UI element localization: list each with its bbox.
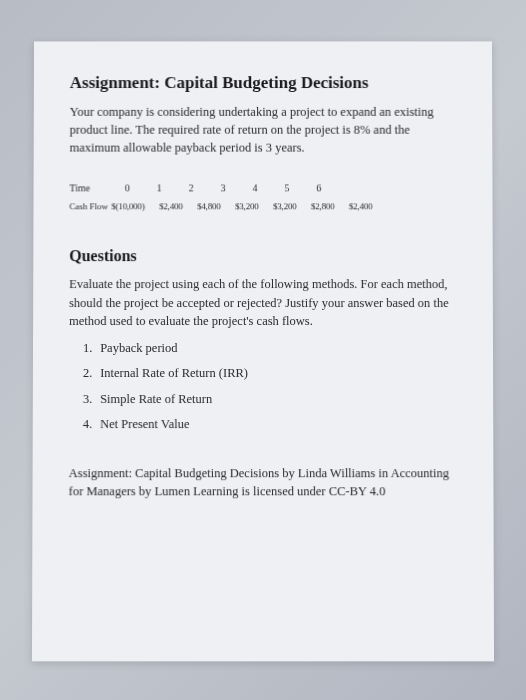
question-number: 4. bbox=[83, 416, 97, 434]
time-cell: 1 bbox=[143, 183, 175, 194]
time-cell: 2 bbox=[175, 183, 207, 194]
cash-flow-label: Cash Flow bbox=[69, 202, 111, 212]
list-item: 3. Simple Rate of Return bbox=[83, 391, 457, 409]
document-page: Assignment: Capital Budgeting Decisions … bbox=[32, 41, 494, 661]
list-item: 2. Internal Rate of Return (IRR) bbox=[83, 365, 457, 383]
cash-cell: $(10,000) bbox=[111, 202, 159, 212]
questions-intro: Evaluate the project using each of the f… bbox=[69, 275, 457, 329]
question-text: Internal Rate of Return (IRR) bbox=[100, 366, 248, 380]
time-row: Time 0 1 2 3 4 5 6 bbox=[69, 183, 456, 194]
time-cell: 3 bbox=[207, 183, 239, 194]
question-number: 3. bbox=[83, 391, 97, 409]
cash-flow-row: Cash Flow $(10,000) $2,400 $4,800 $3,200… bbox=[69, 202, 456, 212]
cash-cell: $3,200 bbox=[273, 202, 311, 212]
time-label: Time bbox=[69, 183, 111, 194]
cash-cell: $4,800 bbox=[197, 202, 235, 212]
question-text: Simple Rate of Return bbox=[100, 392, 212, 406]
questions-list: 1. Payback period 2. Internal Rate of Re… bbox=[69, 340, 457, 434]
time-cell: 5 bbox=[271, 183, 303, 194]
question-number: 1. bbox=[83, 340, 97, 357]
questions-heading: Questions bbox=[69, 248, 457, 266]
time-cell: 0 bbox=[111, 183, 143, 194]
page-title: Assignment: Capital Budgeting Decisions bbox=[70, 73, 457, 93]
question-text: Payback period bbox=[100, 341, 177, 355]
cash-flow-table: Time 0 1 2 3 4 5 6 Cash Flow $(10,000) $… bbox=[69, 183, 456, 212]
time-cell: 4 bbox=[239, 183, 271, 194]
question-number: 2. bbox=[83, 365, 97, 383]
question-text: Net Present Value bbox=[100, 417, 189, 431]
intro-paragraph: Your company is considering undertaking … bbox=[70, 103, 457, 157]
list-item: 4. Net Present Value bbox=[83, 416, 457, 434]
time-cell: 6 bbox=[303, 183, 335, 194]
cash-cell: $2,400 bbox=[159, 202, 197, 212]
cash-cell: $2,400 bbox=[349, 202, 387, 212]
attribution-text: Assignment: Capital Budgeting Decisions … bbox=[69, 464, 458, 500]
cash-cell: $2,800 bbox=[311, 202, 349, 212]
cash-cell: $3,200 bbox=[235, 202, 273, 212]
list-item: 1. Payback period bbox=[83, 340, 457, 357]
